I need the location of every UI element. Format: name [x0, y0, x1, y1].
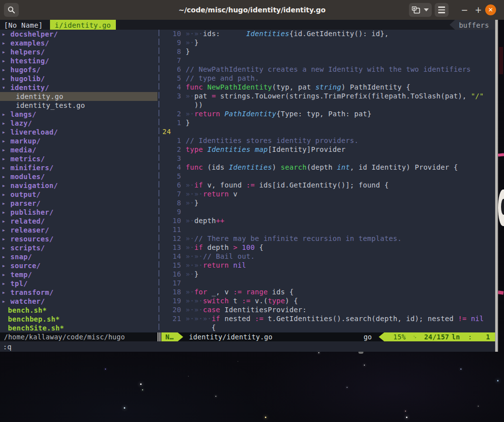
- code-line[interactable]: )): [161, 101, 495, 110]
- tree-item[interactable]: bench.sh*: [0, 306, 157, 315]
- code-line[interactable]: 10»·depth++: [161, 217, 495, 226]
- tree-item[interactable]: ▶temp/: [0, 270, 157, 279]
- buffer-tab-noname[interactable]: [No Name]: [0, 20, 47, 30]
- tree-item[interactable]: ▶parser/: [0, 199, 157, 208]
- tree-item[interactable]: ▶metrics/: [0, 154, 157, 163]
- collapsed-arrow-icon[interactable]: ▶: [0, 157, 10, 161]
- code-line[interactable]: 8»·}: [161, 199, 495, 208]
- code-line[interactable]: 2»·return PathIdentity{Type: typ, Path: …: [161, 110, 495, 119]
- collapsed-arrow-icon[interactable]: ▶: [0, 219, 10, 224]
- code-line[interactable]: 7: [161, 56, 495, 65]
- code-line[interactable]: 3: [161, 154, 495, 163]
- code-line[interactable]: 19»·»·switch t := v.(type) {: [161, 297, 495, 306]
- tree-item[interactable]: ▶releaser/: [0, 226, 157, 234]
- window-separator[interactable]: [158, 30, 159, 332]
- collapsed-arrow-icon[interactable]: ▶: [0, 255, 10, 259]
- collapsed-arrow-icon[interactable]: ▶: [0, 299, 10, 304]
- tree-item[interactable]: ▶langs/: [0, 110, 157, 119]
- collapsed-arrow-icon[interactable]: ▶: [0, 290, 10, 295]
- tree-item[interactable]: ▶hugolib/: [0, 74, 157, 83]
- collapsed-arrow-icon[interactable]: ▶: [0, 59, 10, 63]
- code-line[interactable]: 9: [161, 208, 495, 217]
- code-line[interactable]: 17: [161, 279, 495, 288]
- code-line[interactable]: 18»·for _, v := range ids {: [161, 288, 495, 297]
- minimize-button[interactable]: −: [458, 0, 470, 20]
- code-line[interactable]: 6»·if v, found := ids[id.GetIdentity()];…: [161, 181, 495, 190]
- tree-item[interactable]: ▶lazy/: [0, 119, 157, 128]
- tree-item[interactable]: identity.go: [0, 92, 157, 101]
- collapsed-arrow-icon[interactable]: ▶: [0, 228, 10, 233]
- tree-item[interactable]: benchSite.sh*: [0, 324, 157, 332]
- collapsed-arrow-icon[interactable]: ▶: [0, 184, 10, 188]
- collapsed-arrow-icon[interactable]: ▶: [0, 264, 10, 268]
- collapsed-arrow-icon[interactable]: ▶: [0, 210, 10, 215]
- collapsed-arrow-icon[interactable]: ▶: [0, 148, 10, 152]
- menu-button[interactable]: [435, 3, 449, 17]
- collapsed-arrow-icon[interactable]: ▶: [0, 246, 10, 250]
- code-line[interactable]: 13»·if depth > 100 {: [161, 243, 495, 252]
- window-titlebar[interactable]: ~/code/misc/hugo/identity/identity.go − …: [0, 0, 504, 20]
- code-line[interactable]: 10»·»·ids: Identities{id.GetIdentity(): …: [161, 30, 495, 39]
- expanded-arrow-icon[interactable]: ▼: [0, 86, 10, 90]
- collapsed-arrow-icon[interactable]: ▶: [0, 273, 10, 277]
- tree-item[interactable]: ▶navigation/: [0, 181, 157, 190]
- tree-item[interactable]: ▶output/: [0, 190, 157, 199]
- maximize-button[interactable]: +: [472, 0, 484, 20]
- collapsed-arrow-icon[interactable]: ▶: [0, 68, 10, 72]
- collapsed-arrow-icon[interactable]: ▶: [0, 166, 10, 170]
- code-line[interactable]: 5: [161, 172, 495, 181]
- terminal-scrollbar[interactable]: [495, 20, 498, 352]
- tree-item[interactable]: ▶snap/: [0, 252, 157, 261]
- code-line[interactable]: 15»·»·return nil: [161, 261, 495, 270]
- code-line[interactable]: 5// type and path.: [161, 74, 495, 83]
- code-line[interactable]: 9»·}: [161, 39, 495, 47]
- collapsed-arrow-icon[interactable]: ▶: [0, 77, 10, 81]
- tree-item[interactable]: ▶resources/: [0, 234, 157, 243]
- collapsed-arrow-icon[interactable]: ▶: [0, 237, 10, 241]
- editor-pane[interactable]: 10»·»·ids: Identities{id.GetIdentity(): …: [161, 30, 495, 332]
- tree-item[interactable]: identity_test.go: [0, 101, 157, 110]
- tree-item[interactable]: ▶htesting/: [0, 56, 157, 65]
- code-line[interactable]: 20»·»·case IdentitiesProvider:: [161, 306, 495, 315]
- statusline-separator[interactable]: [157, 332, 161, 341]
- tree-item[interactable]: ▼identity/: [0, 83, 157, 92]
- tree-item[interactable]: ▶markup/: [0, 137, 157, 145]
- tree-item[interactable]: ▶source/: [0, 261, 157, 270]
- code-line[interactable]: 3»·pat = strings.ToLower(strings.TrimPre…: [161, 92, 495, 101]
- resize-handle[interactable]: [358, 352, 363, 354]
- collapsed-arrow-icon[interactable]: ▶: [0, 121, 10, 126]
- code-line[interactable]: 8}: [161, 47, 495, 56]
- collapsed-arrow-icon[interactable]: ▶: [0, 41, 10, 46]
- tree-item[interactable]: ▶hugofs/: [0, 65, 157, 74]
- collapsed-arrow-icon[interactable]: ▶: [0, 192, 10, 197]
- code-line[interactable]: 11: [161, 226, 495, 234]
- tree-item[interactable]: ▶related/: [0, 217, 157, 226]
- buffer-tab-active[interactable]: i/identity.go: [50, 20, 116, 30]
- tree-item[interactable]: ▶livereload/: [0, 128, 157, 137]
- tree-item[interactable]: ▶examples/: [0, 39, 157, 47]
- close-button[interactable]: ✕: [484, 0, 497, 20]
- code-line[interactable]: 24: [161, 128, 495, 137]
- tree-item[interactable]: ▶media/: [0, 145, 157, 154]
- tree-item[interactable]: ▶scripts/: [0, 243, 157, 252]
- tree-item[interactable]: benchbep.sh*: [0, 315, 157, 324]
- code-line[interactable]: 6// NewPathIdentity creates a new Identi…: [161, 65, 495, 74]
- code-line[interactable]: 1// Identities stores identity providers…: [161, 137, 495, 145]
- code-line[interactable]: 14»·»·// Bail out.: [161, 252, 495, 261]
- tree-item[interactable]: ▶watcher/: [0, 297, 157, 306]
- collapsed-arrow-icon[interactable]: ▶: [0, 281, 10, 286]
- tree-item[interactable]: ▶tpl/: [0, 279, 157, 288]
- tree-item[interactable]: ▶helpers/: [0, 47, 157, 56]
- code-line[interactable]: 21»·»·»·if nested := t.GetIdentities().s…: [161, 315, 495, 324]
- collapsed-arrow-icon[interactable]: ▶: [0, 130, 10, 135]
- code-line[interactable]: 7»·»·return v: [161, 190, 495, 199]
- tree-item[interactable]: ▶publisher/: [0, 208, 157, 217]
- collapsed-arrow-icon[interactable]: ▶: [0, 32, 10, 37]
- code-line[interactable]: 1}: [161, 119, 495, 128]
- collapsed-arrow-icon[interactable]: ▶: [0, 175, 10, 179]
- tree-item[interactable]: ▶docshelper/: [0, 30, 157, 39]
- code-line[interactable]: {: [161, 324, 495, 332]
- collapsed-arrow-icon[interactable]: ▶: [0, 112, 10, 117]
- code-line[interactable]: 16»·}: [161, 270, 495, 279]
- command-line[interactable]: :q: [0, 341, 495, 352]
